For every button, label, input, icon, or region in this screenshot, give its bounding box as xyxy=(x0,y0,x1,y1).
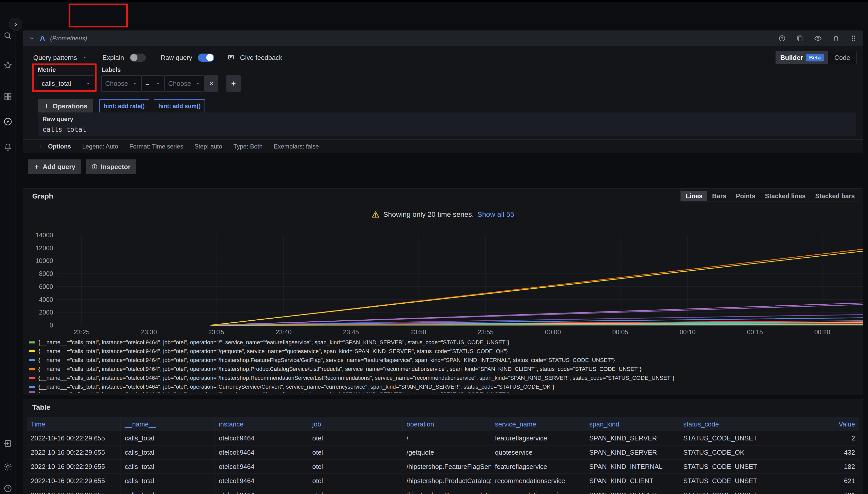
svg-text:10000: 10000 xyxy=(35,257,53,264)
dashboards-icon[interactable] xyxy=(2,91,13,102)
chevron-down-icon xyxy=(85,81,90,86)
label-name-select[interactable]: Choose xyxy=(102,75,142,92)
legend-item[interactable]: {__name__="calls_total", instance="otelc… xyxy=(29,382,857,391)
graph-mode-switcher: LinesBarsPointsStacked linesStacked bars xyxy=(681,190,860,202)
add-label-filter-button[interactable] xyxy=(227,75,241,92)
query-help-icon[interactable]: ? xyxy=(778,35,786,42)
chevron-down-icon xyxy=(83,55,88,60)
label-value-select[interactable]: Choose xyxy=(164,75,204,92)
legend-label: {__name__="calls_total", instance="otelc… xyxy=(38,375,674,381)
svg-text:23:45: 23:45 xyxy=(343,328,359,336)
graph-mode-bars[interactable]: Bars xyxy=(708,191,731,201)
settings-gear-icon[interactable] xyxy=(2,461,13,472)
data-table: Time__name__instancejoboperationservice_… xyxy=(27,417,859,494)
add-query-button[interactable]: Add query xyxy=(28,159,81,174)
table-row: 2022-10-16 00:22:29.655calls_totalotelco… xyxy=(27,488,859,494)
metric-select[interactable]: calls_total xyxy=(38,75,94,92)
drag-handle-icon[interactable] xyxy=(850,35,857,42)
legend-label: {__name__="calls_total", instance="otelc… xyxy=(38,384,555,390)
alerting-icon[interactable] xyxy=(2,141,13,152)
remove-label-filter-button[interactable] xyxy=(204,75,218,92)
column-header-span-kind[interactable]: span_kind xyxy=(585,417,679,431)
table-cell: calls_total xyxy=(121,488,215,494)
legend-item[interactable]: {__name__="calls_total", instance="otelc… xyxy=(29,347,857,356)
inspector-button[interactable]: Inspector xyxy=(86,159,136,174)
give-feedback-link[interactable]: Give feedback xyxy=(240,54,282,62)
svg-text:14000: 14000 xyxy=(35,231,53,239)
column-header-instance[interactable]: instance xyxy=(215,417,308,431)
column-header-status-code[interactable]: status_code xyxy=(679,417,773,431)
table-cell: /hipstershop.FeatureFlagServi… xyxy=(402,460,491,473)
column-header-value[interactable]: Value xyxy=(773,417,859,431)
builder-tab-label: Builder xyxy=(780,54,803,62)
delete-query-trash-icon[interactable] xyxy=(832,35,840,42)
legend-item[interactable]: {__name__="calls_total", instance="otelc… xyxy=(29,364,857,374)
svg-text:23:25: 23:25 xyxy=(74,328,90,336)
warning-triangle-icon xyxy=(372,210,380,218)
query-row-header[interactable]: A (Prometheus) ? xyxy=(23,31,863,46)
graph-mode-lines[interactable]: Lines xyxy=(681,191,707,201)
legend-item[interactable]: {__name__="calls_total", instance="otelc… xyxy=(29,356,857,364)
column-header-service-name[interactable]: service_name xyxy=(491,417,585,431)
svg-text:00:10: 00:10 xyxy=(680,328,696,336)
svg-text:?: ? xyxy=(781,37,783,40)
table-cell: STATUS_CODE_OK xyxy=(679,445,773,459)
table-panel-title: Table xyxy=(32,403,50,412)
query-patterns-button[interactable]: Query patterns xyxy=(33,54,77,62)
chart-canvas: 0200040006000800010000120001400023:2523:… xyxy=(26,230,864,339)
builder-code-switch: Builder Beta Code xyxy=(776,51,856,64)
table-body: 2022-10-16 00:22:29.655calls_totalotelco… xyxy=(27,431,859,494)
table-cell: featureflagservice xyxy=(491,460,585,473)
svg-text:23:30: 23:30 xyxy=(141,328,157,336)
table-cell: 2 xyxy=(773,431,859,445)
table-cell: quoteservice xyxy=(491,445,585,459)
query-options-row[interactable]: Options Legend: Auto Format: Time series… xyxy=(23,139,863,153)
table-cell: SPAN_KIND_CLIENT xyxy=(585,474,679,488)
add-operation-button[interactable]: Operations xyxy=(38,99,93,113)
table-cell: otel xyxy=(308,488,402,494)
time-series-chart[interactable]: 0200040006000800010000120001400023:2523:… xyxy=(26,230,864,339)
search-icon[interactable] xyxy=(2,31,13,41)
legend-swatch-icon xyxy=(29,386,35,388)
label-operator-select[interactable]: = xyxy=(142,75,164,92)
table-cell: 2022-10-16 00:22:29.655 xyxy=(27,460,121,473)
query-hint-button[interactable]: hint: add sum() xyxy=(154,99,205,113)
expand-sidebar-button[interactable] xyxy=(9,18,22,31)
tab-code[interactable]: Code xyxy=(828,54,856,62)
table-row: 2022-10-16 00:22:29.655calls_totalotelco… xyxy=(27,460,859,474)
tab-builder[interactable]: Builder Beta xyxy=(776,51,828,64)
graph-mode-stacked-lines[interactable]: Stacked lines xyxy=(760,191,810,201)
legend-swatch-icon xyxy=(29,341,35,343)
explore-nav-icon[interactable] xyxy=(2,116,13,127)
query-hint-button[interactable]: hint: add rate() xyxy=(99,99,149,113)
show-all-series-link[interactable]: Show all 55 xyxy=(477,210,514,218)
sign-in-icon[interactable] xyxy=(2,438,13,449)
sidebar: ? xyxy=(0,2,16,494)
column-header-job[interactable]: job xyxy=(308,417,402,431)
help-icon[interactable]: ? xyxy=(2,483,13,494)
metric-value: calls_total xyxy=(42,80,71,88)
collapse-chevron-icon[interactable] xyxy=(29,35,35,41)
legend-item[interactable]: {__name__="calls_total", instance="otelc… xyxy=(29,374,857,382)
table-cell: 2022-10-16 00:22:29.655 xyxy=(27,445,121,459)
starred-icon[interactable] xyxy=(2,60,13,71)
raw-query-toggle[interactable] xyxy=(198,54,214,62)
column-header-operation[interactable]: operation xyxy=(402,417,491,431)
chevron-right-icon xyxy=(13,22,19,27)
graph-panel-title: Graph xyxy=(32,192,53,200)
column-header---name--[interactable]: __name__ xyxy=(121,417,215,431)
table-cell: otel xyxy=(308,460,402,473)
explain-toggle[interactable] xyxy=(130,54,146,62)
graph-mode-points[interactable]: Points xyxy=(731,191,760,201)
table-cell: SPAN_KIND_SERVER xyxy=(585,488,679,494)
table-cell: calls_total xyxy=(121,460,215,473)
duplicate-query-icon[interactable] xyxy=(796,35,804,42)
toggle-knob xyxy=(206,54,214,61)
query-header-actions: ? xyxy=(778,34,857,42)
legend-item-clipped[interactable]: {__name__="calls_total", instance="otelc… xyxy=(29,391,857,393)
beta-badge: Beta xyxy=(806,54,824,61)
graph-mode-stacked-bars[interactable]: Stacked bars xyxy=(811,191,860,201)
column-header-time[interactable]: Time xyxy=(27,417,121,431)
disable-query-eye-icon[interactable] xyxy=(814,34,822,42)
legend-item[interactable]: {__name__="calls_total", instance="otelc… xyxy=(29,338,857,347)
